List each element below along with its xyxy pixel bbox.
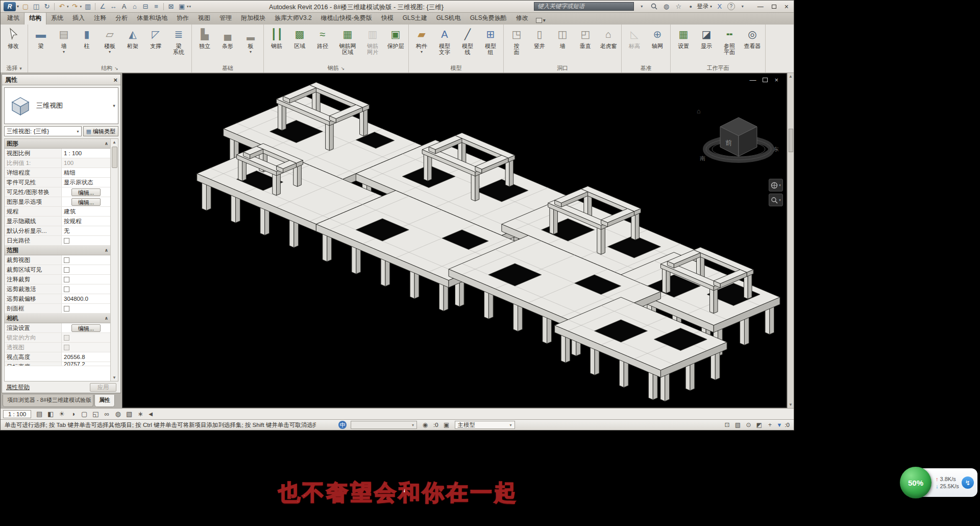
instance-selector[interactable]: 三维视图: {三维} ▾ bbox=[4, 126, 82, 136]
show-constraints-icon[interactable] bbox=[135, 410, 145, 419]
scroll-thumb[interactable] bbox=[789, 129, 793, 152]
ribbon-display-toggle[interactable]: ▾ bbox=[536, 17, 546, 23]
properties-scrollbar[interactable]: ▲ ▼ bbox=[110, 139, 118, 381]
design-options-dropdown[interactable]: 主模型 ▾ bbox=[455, 421, 515, 429]
ref-plane-button[interactable]: 参照 平面 bbox=[718, 25, 741, 55]
tab-insert[interactable]: 插入 bbox=[68, 12, 89, 25]
aligned-dimension-icon[interactable] bbox=[109, 2, 118, 11]
tab-properties[interactable]: 属性 bbox=[94, 395, 115, 407]
tab-kuaimo[interactable]: 快模 bbox=[377, 12, 398, 25]
redo-arrow-icon[interactable]: ▾ bbox=[80, 5, 82, 9]
communication-center-icon[interactable] bbox=[662, 2, 671, 11]
type-selector-arrow-icon[interactable]: ▾ bbox=[110, 103, 118, 108]
dialog-launcher-icon[interactable]: ↘ bbox=[341, 66, 345, 71]
undo-arrow-icon[interactable]: ▾ bbox=[67, 5, 69, 9]
palette-header[interactable]: 属性 × bbox=[2, 75, 120, 85]
switch-windows-arrow-icon[interactable]: ▾ bbox=[187, 5, 189, 9]
beam-system-button[interactable]: 梁 系统 bbox=[167, 25, 190, 55]
wall-button[interactable]: 墙▾ bbox=[53, 25, 75, 54]
grid-button[interactable]: 轴网 bbox=[646, 25, 669, 49]
tab-systems[interactable]: 系统 bbox=[46, 12, 68, 25]
property-value[interactable]: 按规程 bbox=[62, 217, 110, 226]
select-underlay-elements-toggle[interactable] bbox=[734, 421, 742, 429]
modify-button[interactable]: 修改 bbox=[2, 25, 24, 49]
checkbox[interactable] bbox=[64, 267, 69, 273]
design-options-icon[interactable] bbox=[443, 421, 451, 429]
steering-wheel-button[interactable]: ▾ bbox=[769, 179, 783, 192]
rebar-area-button[interactable]: 区域 bbox=[288, 25, 311, 49]
tab-gls-families[interactable]: GLS免费族酷 bbox=[465, 12, 511, 25]
beam-button[interactable]: 梁 bbox=[30, 25, 52, 49]
property-group-extents[interactable]: 范围∧ bbox=[5, 246, 110, 255]
show-workplane-button[interactable]: 显示 bbox=[695, 25, 718, 49]
filter-icon[interactable]: ▼ bbox=[777, 422, 782, 428]
tab-gls-civil[interactable]: GLS土建 bbox=[398, 12, 432, 25]
opening-by-face-button[interactable]: 按 面 bbox=[505, 25, 528, 55]
model-text-button[interactable]: 模型 文字 bbox=[433, 25, 456, 55]
property-value[interactable]: 显示原状态 bbox=[62, 178, 110, 187]
tab-gls-mep[interactable]: GLS机电 bbox=[432, 12, 465, 25]
save-icon[interactable] bbox=[32, 2, 41, 11]
shadows-icon[interactable] bbox=[68, 410, 78, 419]
boost-icon[interactable] bbox=[962, 476, 974, 489]
zoom-button[interactable]: ▾ bbox=[769, 194, 783, 206]
visual-style-icon[interactable] bbox=[45, 410, 56, 419]
rebar-path-button[interactable]: 路径 bbox=[311, 25, 334, 49]
app-menu-arrow-icon[interactable]: ▾ bbox=[17, 4, 19, 9]
dormer-opening-button[interactable]: 老虎窗 bbox=[597, 25, 620, 49]
properties-help-link[interactable]: 属性帮助 bbox=[6, 384, 30, 391]
type-selector[interactable]: 三维视图 ▾ bbox=[4, 87, 118, 124]
model-group-button[interactable]: 模型 组 bbox=[479, 25, 502, 55]
canvas-scrollbar[interactable]: ▲ ▼ bbox=[787, 73, 794, 408]
collapse-icon[interactable]: ∧ bbox=[105, 141, 108, 146]
redo-icon[interactable] bbox=[70, 2, 80, 11]
tab-collaborate[interactable]: 协作 bbox=[172, 12, 193, 25]
minimize-button[interactable]: — bbox=[757, 3, 764, 10]
dialog-launcher-icon[interactable]: ↘ bbox=[114, 66, 118, 71]
tab-modify[interactable]: 修改 bbox=[511, 12, 533, 25]
brace-button[interactable]: 支撑 bbox=[144, 25, 167, 49]
default-3d-view-icon[interactable] bbox=[130, 2, 139, 11]
search-input[interactable]: 键入关键字或短语 bbox=[534, 2, 634, 11]
customize-qat-icon[interactable]: ▾ bbox=[189, 5, 191, 9]
level-button[interactable]: 标高 bbox=[623, 25, 646, 49]
property-value[interactable]: 无 bbox=[62, 226, 110, 235]
sign-in-button[interactable]: 登录 ▾ bbox=[686, 2, 712, 11]
editing-requests-icon[interactable] bbox=[421, 421, 429, 429]
drag-elements-on-selection-toggle[interactable] bbox=[766, 421, 774, 429]
viewcube-home-icon[interactable]: ⌂ bbox=[697, 107, 701, 115]
search-icon[interactable] bbox=[649, 2, 658, 11]
set-workplane-button[interactable]: 设置 bbox=[672, 25, 695, 49]
detail-level-icon[interactable] bbox=[34, 410, 44, 419]
edit-button[interactable]: 编辑... bbox=[71, 198, 101, 206]
tab-addins[interactable]: 附加模块 bbox=[236, 12, 270, 25]
rebar-cover-button[interactable]: 保护层 bbox=[384, 25, 407, 49]
scroll-down-icon[interactable]: ▼ bbox=[789, 401, 793, 408]
scroll-up-icon[interactable]: ▲ bbox=[112, 139, 116, 146]
tab-architecture[interactable]: 建筑 bbox=[3, 12, 24, 25]
scroll-down-icon[interactable]: ▼ bbox=[112, 374, 116, 381]
vertical-opening-button[interactable]: 垂直 bbox=[574, 25, 597, 49]
tab-annotate[interactable]: 注释 bbox=[89, 12, 111, 25]
foundation-slab-button[interactable]: 板▾ bbox=[239, 25, 262, 54]
view-scale-button[interactable]: 1 : 100 bbox=[3, 410, 31, 418]
collapse-arrow-icon[interactable]: ◀ bbox=[146, 410, 155, 419]
view-close-button[interactable]: × bbox=[774, 76, 778, 84]
compass-east-label[interactable]: 东 bbox=[773, 146, 779, 152]
drawing-area[interactable]: — × ⌂ 东 南 前 ▾ bbox=[122, 73, 787, 408]
measure-icon[interactable] bbox=[98, 2, 107, 11]
temporary-hide-isolate-icon[interactable] bbox=[102, 410, 112, 419]
collapse-icon[interactable]: ∧ bbox=[105, 316, 108, 321]
exchange-apps-icon[interactable] bbox=[715, 2, 724, 11]
fabric-area-button[interactable]: 钢筋网 区域 bbox=[334, 25, 361, 55]
ime-indicator[interactable]: 中 bbox=[338, 421, 347, 429]
fabric-sheet-button[interactable]: 钢筋 网片 bbox=[361, 25, 384, 55]
thin-lines-icon[interactable] bbox=[152, 2, 161, 11]
temporary-view-properties-icon[interactable] bbox=[124, 410, 134, 419]
rebar-button[interactable]: 钢筋 bbox=[265, 25, 288, 49]
tab-structure[interactable]: 结构 bbox=[24, 12, 46, 25]
apply-button[interactable]: 应用 bbox=[90, 383, 116, 392]
edit-button[interactable]: 编辑... bbox=[71, 188, 101, 196]
floor-button[interactable]: 楼板▾ bbox=[99, 25, 121, 54]
viewer-button[interactable]: 查看器 bbox=[741, 25, 764, 49]
